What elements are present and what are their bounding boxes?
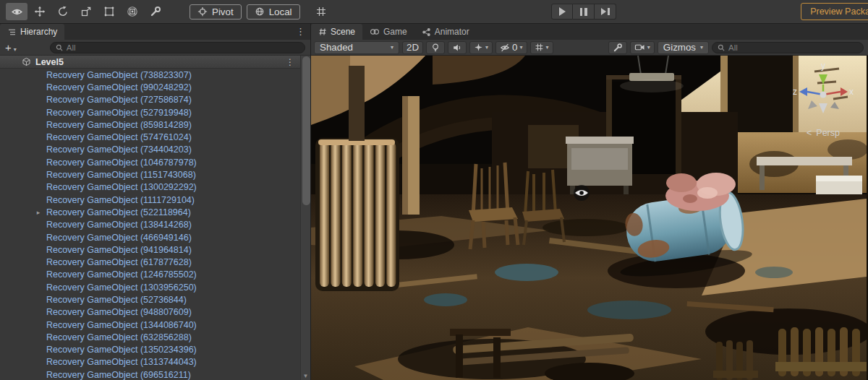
axis-y-label[interactable]: y — [821, 61, 825, 71]
eye-slash-icon — [500, 43, 510, 53]
hierarchy-item[interactable]: Recovery GameObject (727586874) — [0, 94, 310, 106]
hierarchy-scrollbar[interactable]: ▼ — [300, 56, 310, 380]
hierarchy-item[interactable]: Recovery GameObject (632856288) — [0, 331, 310, 343]
axis-z-label[interactable]: z — [793, 87, 797, 97]
create-object-button[interactable]: + ▾ — [5, 42, 17, 53]
2d-toggle-button[interactable]: 2D — [402, 41, 423, 54]
unity-editor: { "toolbar": { "pivot_label": "Pivot", "… — [0, 0, 868, 380]
hierarchy-tabstrip: Hierarchy ⋮ — [0, 24, 310, 40]
animator-tab-label: Animator — [435, 27, 469, 37]
scene-viewport[interactable]: y x z <Persp — [311, 56, 868, 380]
hierarchy-item[interactable]: Recovery GameObject (859814289) — [0, 118, 310, 131]
scene-panel: Scene Game Animator Shaded ▾ 2D — [311, 24, 868, 380]
radiator[interactable] — [315, 138, 399, 291]
scene-search[interactable] — [712, 42, 864, 53]
axis-x-label[interactable]: x — [849, 87, 854, 97]
scene-effects-dropdown[interactable]: ▾ — [469, 41, 493, 54]
hierarchy-item-label: Recovery GameObject (990248292) — [46, 82, 192, 92]
foldout-icon[interactable]: ▸ — [33, 209, 43, 216]
transform-icon — [127, 6, 138, 17]
hierarchy-item-label: Recovery GameObject (1246785502) — [46, 269, 197, 280]
tab-game[interactable]: Game — [362, 24, 414, 40]
hierarchy-item[interactable]: Recovery GameObject (1350234396) — [0, 344, 310, 356]
hierarchy-item[interactable]: Recovery GameObject (738823307) — [0, 69, 310, 81]
projection-toggle[interactable]: <Persp — [788, 128, 858, 138]
eye-icon — [11, 6, 23, 18]
scene-grid-dropdown[interactable]: ▾ — [530, 41, 553, 54]
effects-icon — [474, 43, 483, 52]
step-button[interactable] — [595, 4, 616, 20]
shading-mode-dropdown[interactable]: Shaded ▾ — [314, 41, 399, 54]
hierarchy-item[interactable]: Recovery GameObject (1151743068) — [0, 168, 310, 181]
hierarchy-item[interactable]: Recovery GameObject (138414268) — [0, 219, 310, 231]
hierarchy-item[interactable]: Recovery GameObject (574761024) — [0, 131, 310, 143]
hierarchy-search-input[interactable] — [67, 43, 300, 52]
hierarchy-item[interactable]: Recovery GameObject (1046787978) — [0, 156, 310, 168]
hierarchy-item[interactable]: Recovery GameObject (696516211) — [0, 368, 310, 380]
custom-tool-button[interactable] — [145, 3, 166, 20]
move-tool-button[interactable] — [29, 3, 51, 20]
hierarchy-item-label: Recovery GameObject (738823307) — [46, 70, 192, 80]
hierarchy-item[interactable]: Recovery GameObject (617877628) — [0, 256, 310, 268]
orientation-gizmo[interactable]: y x z — [790, 57, 856, 126]
hierarchy-item-label: Recovery GameObject (632856288) — [46, 332, 192, 342]
hierarchy-item[interactable]: Recovery GameObject (527919948) — [0, 106, 310, 118]
hierarchy-item[interactable]: Recovery GameObject (734404203) — [0, 144, 310, 156]
search-icon — [717, 43, 726, 52]
pause-button[interactable] — [573, 4, 595, 20]
hierarchy-item-label: Recovery GameObject (138414268) — [46, 220, 192, 230]
hierarchy-item[interactable]: Recovery GameObject (466949146) — [0, 231, 310, 243]
hierarchy-item-label: Recovery GameObject (1313744043) — [46, 357, 197, 367]
preview-packages-badge[interactable]: Preview Packages — [801, 3, 868, 20]
hierarchy-item[interactable]: ▸ Recovery GameObject (522118964) — [0, 206, 310, 218]
plus-icon: + — [5, 42, 12, 53]
scene-render[interactable] — [311, 56, 867, 380]
gizmos-dropdown[interactable]: Gizmos ▾ — [658, 41, 709, 54]
scene-menu-button[interactable]: ⋮ — [286, 57, 294, 67]
scene-search-input[interactable] — [728, 43, 859, 52]
hierarchy-toolbar: + ▾ — [0, 40, 310, 56]
scene-audio-button[interactable] — [448, 41, 467, 54]
scale-tool-button[interactable] — [75, 3, 97, 20]
hierarchy-item[interactable]: Recovery GameObject (948807609) — [0, 306, 310, 319]
globe-icon — [255, 7, 265, 17]
hierarchy-item-label: Recovery GameObject (948807609) — [46, 307, 192, 317]
hierarchy-item[interactable]: Recovery GameObject (52736844) — [0, 293, 310, 306]
editor-tools-button[interactable] — [608, 41, 627, 54]
rect-tool-button[interactable] — [98, 3, 120, 20]
grid-snap-button[interactable] — [310, 3, 332, 20]
hierarchy-item[interactable]: Recovery GameObject (990248292) — [0, 81, 310, 93]
tab-scene[interactable]: Scene — [311, 24, 362, 40]
play-controls — [551, 4, 616, 20]
hierarchy-item[interactable]: Recovery GameObject (1344086740) — [0, 319, 310, 331]
scene-visibility-button[interactable]: 0 ▾ — [495, 41, 527, 54]
main-toolbar: Pivot Local Preview Packages — [0, 0, 868, 24]
game-tab-label: Game — [383, 27, 407, 37]
transform-tool-button[interactable] — [122, 3, 143, 20]
play-icon — [559, 7, 566, 16]
hierarchy-search[interactable] — [50, 42, 305, 53]
scrollbar-down-icon[interactable]: ▼ — [301, 373, 310, 379]
camera-settings-dropdown[interactable]: ▾ — [630, 41, 655, 54]
hierarchy-item[interactable]: Recovery GameObject (941964814) — [0, 243, 310, 256]
pivot-toggle[interactable]: Pivot — [190, 4, 242, 20]
tab-animator[interactable]: Animator — [414, 24, 477, 40]
hierarchy-item[interactable]: Recovery GameObject (1111729104) — [0, 194, 310, 206]
hierarchy-item[interactable]: Recovery GameObject (1313744043) — [0, 356, 310, 368]
rotate-icon — [57, 6, 69, 17]
scene-visibility-eye-icon[interactable] — [574, 185, 590, 201]
scene-row-level5[interactable]: Level5 ⋮ — [0, 56, 310, 69]
scene-view-toolbar: Shaded ▾ 2D ▾ — [311, 40, 868, 56]
scrollbar-thumb[interactable] — [302, 56, 310, 205]
hierarchy-item[interactable]: Recovery GameObject (1246785502) — [0, 269, 310, 281]
hierarchy-item[interactable]: Recovery GameObject (1300292292) — [0, 181, 310, 194]
scene-lighting-button[interactable] — [426, 41, 445, 54]
local-toggle[interactable]: Local — [247, 4, 300, 20]
hidden-count-label: 0 — [512, 42, 517, 53]
tab-hierarchy[interactable]: Hierarchy — [0, 24, 64, 40]
play-button[interactable] — [551, 4, 573, 20]
rotate-tool-button[interactable] — [52, 3, 74, 20]
view-tool-button[interactable] — [6, 3, 27, 20]
hierarchy-item[interactable]: Recovery GameObject (1303956250) — [0, 281, 310, 293]
hierarchy-menu-button[interactable]: ⋮ — [296, 26, 305, 37]
